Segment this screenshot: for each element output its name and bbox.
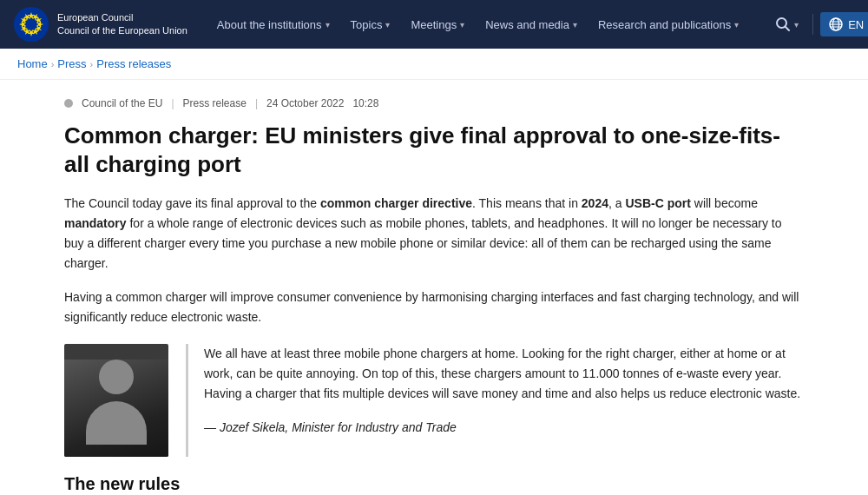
minister-photo-inner [64, 360, 168, 457]
person-head [99, 360, 134, 394]
chevron-down-icon: ▾ [385, 20, 390, 30]
chevron-down-icon: ▾ [734, 20, 739, 30]
breadcrumb: Home › Press › Press releases [0, 49, 868, 80]
site-header: European Council Council of the European… [0, 0, 868, 49]
meta-date: 24 October 2022 [266, 97, 344, 109]
article-meta: Council of the EU | Press release | 24 O… [64, 97, 804, 109]
section-heading-new-rules: The new rules [64, 474, 804, 494]
main-nav: About the institutions ▾ Topics ▾ Meetin… [208, 0, 747, 49]
minister-photo [64, 344, 168, 457]
eu-flag-icon [14, 7, 49, 42]
divider [812, 14, 813, 35]
quote-text: We all have at least three mobile phone … [204, 344, 804, 404]
chevron-down-icon: ▾ [460, 20, 464, 30]
article-title: Common charger: EU ministers give final … [64, 122, 804, 178]
nav-research[interactable]: Research and publications ▾ [589, 0, 747, 49]
search-button[interactable]: ▾ [768, 16, 806, 32]
meta-type: Press release [183, 97, 247, 109]
quote-section: We all have at least three mobile phone … [64, 344, 804, 457]
chevron-down-icon: ▾ [326, 20, 330, 30]
search-icon [775, 16, 791, 32]
logo[interactable]: European Council Council of the European… [14, 7, 187, 42]
quote-block: We all have at least three mobile phone … [186, 344, 804, 457]
main-content: Council of the EU | Press release | 24 O… [43, 80, 825, 495]
org-name: European Council Council of the European… [57, 11, 187, 38]
globe-icon [829, 17, 843, 31]
lang-label: EN [848, 18, 864, 31]
meta-time: 10:28 [352, 97, 378, 109]
header-actions: ▾ EN ▾ [768, 12, 868, 36]
org-line1: European Council [57, 11, 187, 24]
language-selector[interactable]: EN [820, 12, 868, 36]
breadcrumb-sep: › [51, 59, 55, 69]
person-body [86, 401, 147, 445]
breadcrumb-sep2: › [90, 59, 94, 69]
article-para2: Having a common charger will improve con… [64, 287, 804, 327]
chevron-down-icon: ▾ [573, 20, 577, 30]
breadcrumb-home[interactable]: Home [17, 57, 48, 70]
nav-topics[interactable]: Topics ▾ [342, 0, 399, 49]
svg-line-14 [786, 27, 790, 31]
meta-dot [64, 99, 73, 108]
breadcrumb-press[interactable]: Press [57, 57, 86, 70]
quote-attribution: — Jozef Sikela, Minister for Industry an… [204, 418, 804, 438]
nav-meetings[interactable]: Meetings ▾ [402, 0, 473, 49]
meta-org: Council of the EU [82, 97, 162, 109]
nav-about-institutions[interactable]: About the institutions ▾ [208, 0, 339, 49]
breadcrumb-press-releases[interactable]: Press releases [96, 57, 171, 70]
nav-news-media[interactable]: News and media ▾ [477, 0, 586, 49]
org-line2: Council of the European Union [57, 24, 187, 37]
chevron-down-icon: ▾ [794, 20, 799, 30]
article-body: The Council today gave its final approva… [64, 194, 804, 495]
meta-sep: | [171, 97, 174, 109]
article-para1: The Council today gave its final approva… [64, 194, 804, 274]
meta-sep2: | [255, 97, 258, 109]
